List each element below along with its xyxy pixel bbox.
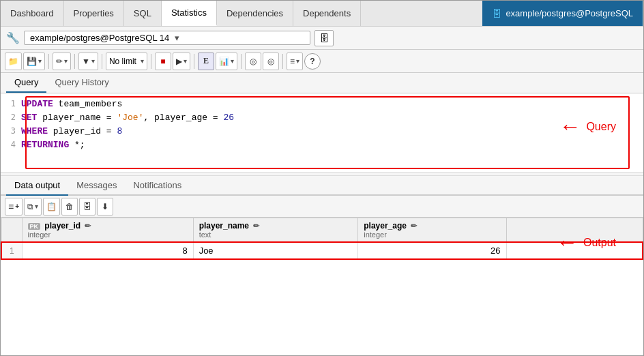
save-button[interactable]: 💾 ▾ — [23, 53, 45, 70]
tab-data-output[interactable]: Data output — [6, 176, 68, 196]
edit-col-pencil-icon: ✏ — [85, 222, 91, 230]
db-tab-label: example/postgres@PostgreSQL — [506, 8, 633, 18]
limit-label: No limit — [109, 57, 136, 66]
query-subtabs: Query Query History — [1, 73, 643, 93]
tab-data-output-label: Data output — [14, 180, 60, 190]
code-editor[interactable]: 1 UPDATE team_members 2 SET player_name … — [1, 99, 643, 153]
explain-button[interactable]: E — [198, 53, 214, 70]
tab-statistics[interactable]: Statistics — [162, 1, 217, 26]
tab-dependents-label: Dependents — [303, 8, 351, 18]
line-number-1: 1 — [1, 99, 21, 108]
toolbar-separator-2 — [74, 54, 75, 69]
col-player-id-name: PK player_id ✏ — [28, 221, 188, 231]
paste-button[interactable]: 📋 — [43, 198, 60, 216]
tab-properties[interactable]: Properties — [64, 1, 124, 26]
tab-query-history[interactable]: Query History — [46, 73, 117, 93]
help-icon: ? — [310, 57, 314, 66]
tab-notifications[interactable]: Notifications — [125, 176, 190, 196]
line-content-1: UPDATE team_members — [21, 99, 122, 109]
output-section: PK player_id ✏ integer player_name ✏ tex… — [1, 218, 643, 355]
scratch2-icon: ◎ — [267, 57, 274, 66]
tab-query[interactable]: Query — [6, 73, 46, 93]
chart-button[interactable]: 📊 ▾ — [216, 53, 237, 70]
scratch1-icon: ◎ — [250, 57, 257, 66]
connection-db-icon-btn[interactable]: 🗄 — [314, 30, 334, 46]
output-toolbar: ≡+ ⧉ ▾ 📋 🗑 🗄 ⬇ — [1, 196, 643, 218]
connection-bar: 🔧 example/postgres@PostgreSQL 14 ▾ 🗄 — [1, 27, 643, 50]
stop-button[interactable]: ■ — [155, 53, 171, 70]
connection-input[interactable]: example/postgres@PostgreSQL 14 ▾ — [24, 31, 310, 45]
download-button[interactable]: ⬇ — [97, 198, 113, 216]
chart-dropdown-arrow: ▾ — [231, 57, 234, 65]
edit-dropdown-arrow: ▾ — [64, 57, 68, 65]
stop-icon: ■ — [160, 57, 165, 66]
top-navigation: Dashboard Properties SQL Statistics Depe… — [1, 1, 643, 27]
filter-button[interactable]: ▼ ▾ — [78, 53, 98, 70]
tab-messages[interactable]: Messages — [68, 176, 125, 196]
explain-icon: E — [203, 56, 209, 66]
pencil-icon: ✏ — [56, 57, 63, 66]
tab-dashboard[interactable]: Dashboard — [1, 1, 64, 26]
menu-icon: ≡ — [290, 57, 295, 66]
results-table: PK player_id ✏ integer player_name ✏ tex… — [1, 218, 643, 260]
tab-statistics-label: Statistics — [171, 8, 207, 18]
toolbar-separator-4 — [151, 54, 151, 69]
cell-player-age-1: 26 — [358, 242, 506, 259]
line-number-4: 4 — [1, 140, 21, 149]
code-line-1: 1 UPDATE team_members — [1, 99, 643, 113]
run-dropdown-arrow: ▾ — [184, 57, 187, 65]
line-content-3: WHERE player_id = 8 — [21, 126, 122, 136]
toolbar-separator-7 — [282, 54, 283, 69]
db-connection-tab[interactable]: 🗄 example/postgres@PostgreSQL — [482, 1, 643, 26]
toolbar-separator-6 — [241, 54, 241, 69]
output-tabs: Data output Messages Notifications — [1, 176, 643, 196]
open-file-button[interactable]: 📁 — [5, 53, 22, 70]
main-toolbar: 📁 💾 ▾ ✏ ▾ ▼ ▾ No limit ▾ ■ ▶ ▾ — [1, 50, 643, 73]
edit-col2-pencil-icon: ✏ — [253, 222, 259, 230]
folder-icon: 📁 — [8, 57, 18, 66]
table-header-row: PK player_id ✏ integer player_name ✏ tex… — [1, 218, 643, 243]
cell-player-name-1: Joe — [193, 242, 358, 259]
edit-col3-pencil-icon: ✏ — [411, 222, 417, 230]
table-header-player-age[interactable]: player_age ✏ integer — [358, 218, 506, 243]
copy-button[interactable]: ⧉ ▾ — [24, 198, 42, 216]
filter-dropdown-arrow: ▾ — [91, 57, 95, 65]
tab-notifications-label: Notifications — [133, 180, 181, 190]
code-line-3: 3 WHERE player_id = 8 — [1, 126, 643, 140]
run-button[interactable]: ▶ ▾ — [173, 53, 190, 70]
help-button[interactable]: ? — [304, 53, 321, 70]
table-header-player-id[interactable]: PK player_id ✏ integer — [22, 218, 193, 243]
save-dropdown-arrow: ▾ — [38, 57, 42, 65]
tab-query-history-label: Query History — [55, 77, 108, 87]
delete-button[interactable]: 🗑 — [61, 198, 78, 216]
toolbar-separator-3 — [102, 54, 102, 69]
col-player-age-name: player_age ✏ — [364, 221, 500, 231]
output-arrow-icon: ← — [556, 230, 578, 255]
query-annotation-label: Query — [586, 121, 616, 133]
connection-value: example/postgres@PostgreSQL 14 — [30, 33, 169, 43]
tab-dependencies[interactable]: Dependencies — [217, 1, 293, 26]
paste-icon: 📋 — [46, 202, 57, 211]
edit-button[interactable]: ✏ ▾ — [53, 53, 71, 70]
tab-properties-label: Properties — [74, 8, 114, 18]
add-row-icon: ≡ — [8, 201, 14, 212]
menu-button[interactable]: ≡ ▾ — [287, 53, 303, 70]
dropdown-arrow-icon: ▾ — [175, 33, 179, 43]
col-player-age-type: integer — [364, 231, 500, 239]
tab-dependents[interactable]: Dependents — [293, 1, 361, 26]
save-db-button[interactable]: 🗄 — [79, 198, 96, 216]
pk-badge: PK — [28, 223, 41, 230]
scratch1-button[interactable]: ◎ — [245, 53, 261, 70]
col-player-name-name: player_name ✏ — [199, 221, 353, 231]
table-header-player-name[interactable]: player_name ✏ text — [193, 218, 358, 243]
add-row-button[interactable]: ≡+ — [5, 198, 23, 216]
tab-sql[interactable]: SQL — [124, 1, 162, 26]
delete-icon: 🗑 — [65, 202, 74, 211]
toolbar-separator-5 — [194, 54, 194, 69]
query-annotation: ← Query — [559, 114, 616, 139]
col-player-id-type: integer — [28, 231, 188, 239]
limit-select[interactable]: No limit ▾ — [106, 53, 147, 70]
play-icon: ▶ — [176, 57, 182, 66]
tab-query-label: Query — [14, 77, 38, 87]
scratch2-button[interactable]: ◎ — [263, 53, 279, 70]
